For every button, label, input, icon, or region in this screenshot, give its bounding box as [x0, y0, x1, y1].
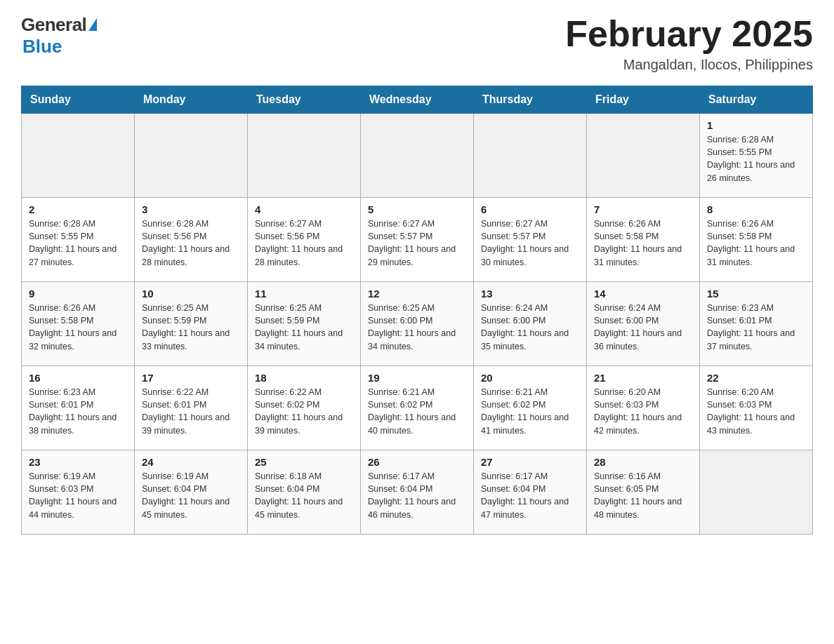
calendar-cell: 11Sunrise: 6:25 AM Sunset: 5:59 PM Dayli… — [248, 282, 361, 366]
day-info: Sunrise: 6:17 AM Sunset: 6:04 PM Dayligh… — [481, 470, 579, 521]
day-info: Sunrise: 6:18 AM Sunset: 6:04 PM Dayligh… — [255, 470, 353, 521]
day-info: Sunrise: 6:26 AM Sunset: 5:58 PM Dayligh… — [594, 217, 692, 269]
calendar-cell: 13Sunrise: 6:24 AM Sunset: 6:00 PM Dayli… — [474, 282, 587, 366]
day-number: 15 — [707, 288, 805, 300]
day-number: 5 — [368, 203, 466, 215]
day-info: Sunrise: 6:19 AM Sunset: 6:04 PM Dayligh… — [142, 470, 240, 521]
calendar-cell: 16Sunrise: 6:23 AM Sunset: 6:01 PM Dayli… — [22, 366, 135, 450]
calendar-cell: 28Sunrise: 6:16 AM Sunset: 6:05 PM Dayli… — [587, 450, 700, 535]
calendar-cell — [248, 114, 361, 198]
logo-general-text: General — [21, 14, 86, 36]
day-info: Sunrise: 6:26 AM Sunset: 5:58 PM Dayligh… — [707, 217, 805, 269]
day-number: 17 — [142, 372, 240, 384]
calendar-cell — [361, 114, 474, 198]
day-number: 16 — [29, 372, 127, 384]
calendar-cell: 9Sunrise: 6:26 AM Sunset: 5:58 PM Daylig… — [22, 282, 135, 366]
calendar-cell: 20Sunrise: 6:21 AM Sunset: 6:02 PM Dayli… — [474, 366, 587, 450]
day-number: 27 — [481, 456, 579, 468]
calendar-cell: 14Sunrise: 6:24 AM Sunset: 6:00 PM Dayli… — [587, 282, 700, 366]
day-info: Sunrise: 6:19 AM Sunset: 6:03 PM Dayligh… — [29, 470, 127, 521]
calendar-cell: 4Sunrise: 6:27 AM Sunset: 5:56 PM Daylig… — [248, 198, 361, 282]
day-number: 3 — [142, 203, 240, 215]
day-number: 7 — [594, 203, 692, 215]
day-number: 13 — [481, 288, 579, 300]
day-info: Sunrise: 6:17 AM Sunset: 6:04 PM Dayligh… — [368, 470, 466, 521]
calendar-cell — [22, 114, 135, 198]
page-header: General Blue February 2025 Mangaldan, Il… — [21, 14, 813, 73]
day-info: Sunrise: 6:16 AM Sunset: 6:05 PM Dayligh… — [594, 470, 692, 521]
day-info: Sunrise: 6:21 AM Sunset: 6:02 PM Dayligh… — [481, 386, 579, 437]
calendar-cell: 26Sunrise: 6:17 AM Sunset: 6:04 PM Dayli… — [361, 450, 474, 535]
calendar-row: 2Sunrise: 6:28 AM Sunset: 5:55 PM Daylig… — [22, 198, 813, 282]
logo-triangle-icon — [88, 18, 97, 31]
calendar-cell: 17Sunrise: 6:22 AM Sunset: 6:01 PM Dayli… — [135, 366, 248, 450]
calendar-cell: 18Sunrise: 6:22 AM Sunset: 6:02 PM Dayli… — [248, 366, 361, 450]
calendar-row: 16Sunrise: 6:23 AM Sunset: 6:01 PM Dayli… — [22, 366, 813, 450]
day-info: Sunrise: 6:28 AM Sunset: 5:55 PM Dayligh… — [707, 133, 805, 185]
location-text: Mangaldan, Ilocos, Philippines — [565, 57, 813, 73]
day-info: Sunrise: 6:21 AM Sunset: 6:02 PM Dayligh… — [368, 386, 466, 437]
day-number: 28 — [594, 456, 692, 468]
day-info: Sunrise: 6:22 AM Sunset: 6:02 PM Dayligh… — [255, 386, 353, 437]
day-number: 11 — [255, 288, 353, 300]
day-number: 18 — [255, 372, 353, 384]
calendar-cell: 25Sunrise: 6:18 AM Sunset: 6:04 PM Dayli… — [248, 450, 361, 535]
weekday-header-sunday: Sunday — [22, 86, 135, 114]
day-number: 14 — [594, 288, 692, 300]
weekday-header-row: SundayMondayTuesdayWednesdayThursdayFrid… — [22, 86, 813, 114]
weekday-header-monday: Monday — [135, 86, 248, 114]
calendar-cell: 6Sunrise: 6:27 AM Sunset: 5:57 PM Daylig… — [474, 198, 587, 282]
calendar-row: 9Sunrise: 6:26 AM Sunset: 5:58 PM Daylig… — [22, 282, 813, 366]
day-number: 12 — [368, 288, 466, 300]
weekday-header-saturday: Saturday — [700, 86, 813, 114]
calendar-cell: 24Sunrise: 6:19 AM Sunset: 6:04 PM Dayli… — [135, 450, 248, 535]
calendar-cell — [135, 114, 248, 198]
day-info: Sunrise: 6:25 AM Sunset: 5:59 PM Dayligh… — [255, 302, 353, 353]
calendar-cell: 10Sunrise: 6:25 AM Sunset: 5:59 PM Dayli… — [135, 282, 248, 366]
day-number: 20 — [481, 372, 579, 384]
day-info: Sunrise: 6:26 AM Sunset: 5:58 PM Dayligh… — [29, 302, 127, 353]
weekday-header-tuesday: Tuesday — [248, 86, 361, 114]
day-number: 24 — [142, 456, 240, 468]
weekday-header-wednesday: Wednesday — [361, 86, 474, 114]
day-info: Sunrise: 6:27 AM Sunset: 5:56 PM Dayligh… — [255, 217, 353, 269]
calendar-cell: 23Sunrise: 6:19 AM Sunset: 6:03 PM Dayli… — [22, 450, 135, 535]
calendar-cell: 5Sunrise: 6:27 AM Sunset: 5:57 PM Daylig… — [361, 198, 474, 282]
day-number: 9 — [29, 288, 127, 300]
calendar-cell — [587, 114, 700, 198]
calendar-cell: 3Sunrise: 6:28 AM Sunset: 5:56 PM Daylig… — [135, 198, 248, 282]
logo: General Blue — [21, 14, 97, 58]
calendar-cell: 1Sunrise: 6:28 AM Sunset: 5:55 PM Daylig… — [700, 114, 813, 198]
month-title: February 2025 — [565, 14, 813, 54]
day-info: Sunrise: 6:23 AM Sunset: 6:01 PM Dayligh… — [707, 302, 805, 353]
logo-blue-text: Blue — [22, 36, 62, 58]
day-number: 4 — [255, 203, 353, 215]
title-section: February 2025 Mangaldan, Ilocos, Philipp… — [565, 14, 813, 73]
day-info: Sunrise: 6:27 AM Sunset: 5:57 PM Dayligh… — [481, 217, 579, 269]
calendar-cell: 2Sunrise: 6:28 AM Sunset: 5:55 PM Daylig… — [22, 198, 135, 282]
day-number: 23 — [29, 456, 127, 468]
day-number: 1 — [707, 119, 805, 131]
day-info: Sunrise: 6:28 AM Sunset: 5:56 PM Dayligh… — [142, 217, 240, 269]
calendar-cell — [474, 114, 587, 198]
day-number: 25 — [255, 456, 353, 468]
day-info: Sunrise: 6:20 AM Sunset: 6:03 PM Dayligh… — [594, 386, 692, 437]
day-number: 21 — [594, 372, 692, 384]
day-number: 22 — [707, 372, 805, 384]
calendar-row: 23Sunrise: 6:19 AM Sunset: 6:03 PM Dayli… — [22, 450, 813, 535]
calendar-cell: 7Sunrise: 6:26 AM Sunset: 5:58 PM Daylig… — [587, 198, 700, 282]
day-info: Sunrise: 6:25 AM Sunset: 5:59 PM Dayligh… — [142, 302, 240, 353]
weekday-header-friday: Friday — [587, 86, 700, 114]
calendar-cell: 22Sunrise: 6:20 AM Sunset: 6:03 PM Dayli… — [700, 366, 813, 450]
calendar-cell: 15Sunrise: 6:23 AM Sunset: 6:01 PM Dayli… — [700, 282, 813, 366]
calendar-cell: 12Sunrise: 6:25 AM Sunset: 6:00 PM Dayli… — [361, 282, 474, 366]
calendar-row: 1Sunrise: 6:28 AM Sunset: 5:55 PM Daylig… — [22, 114, 813, 198]
day-number: 8 — [707, 203, 805, 215]
day-number: 26 — [368, 456, 466, 468]
day-info: Sunrise: 6:28 AM Sunset: 5:55 PM Dayligh… — [29, 217, 127, 269]
calendar-table: SundayMondayTuesdayWednesdayThursdayFrid… — [21, 86, 813, 535]
day-info: Sunrise: 6:24 AM Sunset: 6:00 PM Dayligh… — [594, 302, 692, 353]
day-info: Sunrise: 6:27 AM Sunset: 5:57 PM Dayligh… — [368, 217, 466, 269]
calendar-cell: 27Sunrise: 6:17 AM Sunset: 6:04 PM Dayli… — [474, 450, 587, 535]
day-info: Sunrise: 6:20 AM Sunset: 6:03 PM Dayligh… — [707, 386, 805, 437]
